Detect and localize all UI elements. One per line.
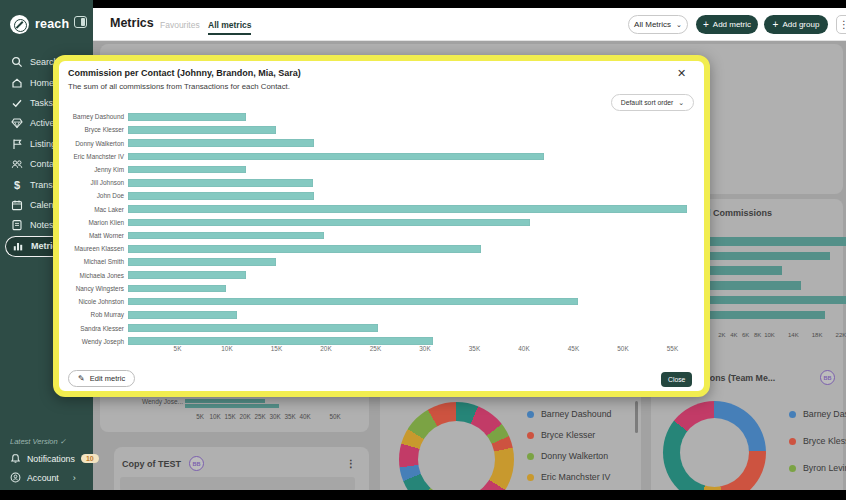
account-icon [10, 472, 21, 483]
card-kebab-icon[interactable]: ⋮ [346, 458, 356, 469]
bar[interactable] [128, 258, 276, 266]
legend-item[interactable]: Barney Dashound [527, 409, 611, 419]
listings-icon [11, 138, 23, 150]
legend-item[interactable]: Donny Walkerton [527, 451, 608, 461]
bg-x-tick: 40K [293, 413, 317, 420]
bar[interactable] [128, 245, 481, 253]
legend-scrollbar[interactable] [635, 401, 638, 433]
modal-title: Commission per Contact (Johnny, Brandon,… [68, 68, 301, 78]
bb-avatar-badge: BB [189, 456, 204, 471]
bar[interactable] [128, 179, 313, 187]
svg-text:$: $ [14, 179, 20, 191]
bar[interactable] [128, 126, 276, 134]
chart-row: Nancy Wingsters [68, 285, 698, 293]
bar[interactable] [128, 192, 314, 200]
bar[interactable] [128, 298, 578, 306]
category-label: Bryce Klesser [68, 126, 124, 133]
metrics-icon [12, 240, 24, 252]
legend-label: Bryce Klesser [541, 430, 595, 440]
placeholder-bar [120, 477, 355, 490]
legend-dot [789, 465, 796, 472]
bar[interactable] [128, 205, 687, 213]
background-card-copy-test: Copy of TEST BB ⋮ [114, 447, 369, 490]
add-group-button[interactable]: + Add group [764, 15, 828, 34]
sidebar-item-label: Tasks [30, 98, 53, 108]
add-metric-label: Add metric [713, 20, 751, 29]
chart-row: Rob Murray [68, 311, 698, 319]
legend-item[interactable]: Bryce Klesser [527, 430, 595, 440]
category-label: Matt Worner [68, 232, 124, 239]
chart-row: Eric Manchster IV [68, 153, 698, 161]
topbar: Metrics Favourites All metrics All Metri… [93, 8, 846, 41]
page-title: Metrics [110, 16, 154, 30]
legend-label: Eric Manchster IV [541, 472, 610, 482]
bell-icon [10, 453, 21, 464]
edit-metric-button[interactable]: ✎ Edit metric [68, 370, 135, 387]
chart-row: Maureen Klassen [68, 245, 698, 253]
transactions-icon: $ [11, 179, 23, 191]
x-tick: 25K [364, 345, 388, 352]
x-tick: 30K [413, 345, 437, 352]
edit-metric-label: Edit metric [90, 374, 125, 383]
bar[interactable] [128, 153, 544, 161]
legend-item[interactable]: Byron Levine [789, 463, 846, 473]
chevron-right-icon: › [73, 473, 76, 483]
chart-row: Sandra Klesser [68, 324, 698, 332]
search-icon [11, 56, 23, 68]
category-label: Eric Manchster IV [68, 153, 124, 160]
x-tick: 45K [562, 345, 586, 352]
copy-test-title: Copy of TEST [122, 459, 181, 469]
tab-all-metrics[interactable]: All metrics [208, 20, 251, 35]
legend-dot [527, 474, 534, 481]
bar[interactable] [128, 139, 314, 147]
reach-logo-icon [10, 15, 29, 34]
all-metrics-filter-dropdown[interactable]: All Metrics ⌄ [628, 15, 688, 34]
category-label: Sandra Klesser [68, 325, 124, 332]
active-icon [11, 117, 23, 129]
chart-row: Nicole Johnston [68, 298, 698, 306]
legend-label: Barney Dash [803, 409, 846, 419]
bar[interactable] [128, 271, 246, 279]
collapse-sidebar-icon[interactable] [74, 16, 87, 28]
legend-dot [789, 411, 796, 418]
bar[interactable] [128, 337, 433, 345]
bb-avatar-badge: BB [820, 370, 835, 385]
category-label: Wendy Joseph [68, 338, 124, 345]
chevron-down-icon: ⌄ [676, 21, 682, 29]
x-tick: 15K [265, 345, 289, 352]
x-tick: 50K [611, 345, 635, 352]
x-tick: 10K [215, 345, 239, 352]
bar[interactable] [128, 113, 246, 121]
contacts-icon [11, 158, 23, 170]
bar[interactable] [128, 166, 246, 174]
x-tick: 35K [463, 345, 487, 352]
notifications-label: Notifications [27, 454, 75, 464]
add-metric-button[interactable]: + Add metric [696, 15, 758, 34]
team-donut-hole [680, 418, 749, 487]
legend-item[interactable]: Barney Dash [789, 409, 846, 419]
bar[interactable] [128, 219, 530, 227]
tab-favourites[interactable]: Favourites [160, 20, 200, 30]
modal-close-button[interactable]: Close [661, 372, 692, 387]
chart-row: Jill Johnson [68, 179, 698, 187]
sidebar-item-account[interactable]: Account › [10, 472, 76, 483]
legend-item[interactable]: Eric Manchster IV [527, 472, 610, 482]
bar[interactable] [128, 232, 324, 240]
close-icon[interactable]: ✕ [677, 67, 686, 80]
legend-label: Bryce Klesse [803, 436, 846, 446]
bar[interactable] [128, 311, 237, 319]
bg-bar [185, 404, 279, 408]
logo-text: reach [35, 17, 69, 31]
bar[interactable] [128, 324, 378, 332]
version-label: Latest Version ✓ [10, 437, 66, 446]
legend-item[interactable]: Bryce Klesse [789, 436, 846, 446]
topbar-kebab-menu[interactable]: ⋮ [836, 15, 846, 34]
category-label: Michael Smith [68, 258, 124, 265]
category-label: Donny Walkerton [68, 140, 124, 147]
bg-x-tick: 22K [829, 332, 846, 338]
sidebar-item-notifications[interactable]: Notifications 10 [10, 453, 99, 464]
chart-row: Marion Klien [68, 219, 698, 227]
commission-bar-chart: Barney DashoundBryce KlesserDonny Walker… [68, 113, 698, 345]
sort-order-dropdown[interactable]: Default sort order ⌄ [611, 94, 694, 111]
bar[interactable] [128, 285, 226, 293]
